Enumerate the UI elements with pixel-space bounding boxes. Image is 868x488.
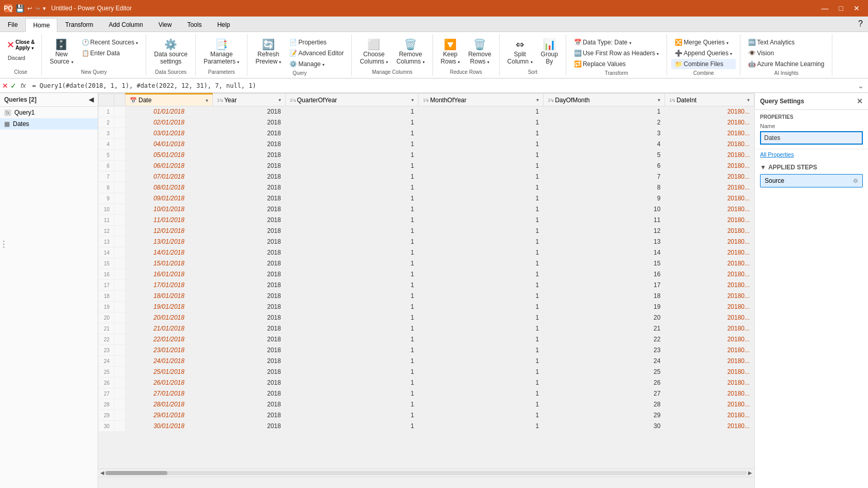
help-icon[interactable]: ? <box>853 16 868 32</box>
table-row[interactable]: 24 24/01/2018 2018 1 1 24 20180... <box>99 356 754 367</box>
formula-cancel-icon[interactable]: ✕ <box>2 82 8 90</box>
table-row[interactable]: 3 03/01/2018 2018 1 1 3 20180... <box>99 128 754 139</box>
formula-expand-icon[interactable]: ⌄ <box>858 82 866 90</box>
data-type-button[interactable]: 📅 Data Type: Date ▾ <box>570 37 662 48</box>
col-header-quarter[interactable]: 1²₃ QuarterOfYear ▾ <box>285 94 419 106</box>
table-row[interactable]: 27 27/01/2018 2018 1 1 27 20180... <box>99 388 754 399</box>
minimize-button[interactable]: — <box>817 2 833 14</box>
table-row[interactable]: 15 15/01/2018 2018 1 1 15 20180... <box>99 258 754 269</box>
quarter-col-filter-icon[interactable]: ▾ <box>411 97 414 103</box>
remove-rows-button[interactable]: 🗑️ RemoveRows ▾ <box>464 37 495 67</box>
horizontal-scroll-track[interactable] <box>105 471 747 475</box>
query-item-dates[interactable]: ▦ Dates <box>0 118 98 130</box>
combine-files-button[interactable]: 📁 Combine Files <box>671 59 736 69</box>
queries-panel-collapse-icon[interactable]: ◀ <box>89 96 94 103</box>
col-header-month[interactable]: 1²₃ MonthOfYear ▾ <box>419 94 544 106</box>
manage-parameters-button[interactable]: 📑 ManageParameters ▾ <box>200 37 243 67</box>
col-header-dateid[interactable]: 1²₃ DateInt ▾ <box>665 94 754 106</box>
tab-add-column[interactable]: Add Column <box>101 18 151 32</box>
horizontal-scroll-thumb[interactable] <box>105 471 167 475</box>
table-row[interactable]: 14 14/01/2018 2018 1 1 14 20180... <box>99 247 754 258</box>
tab-view[interactable]: View <box>151 18 180 32</box>
data-table-container[interactable]: 📅 Date ▾ 1²₃ Year <box>98 93 754 468</box>
table-row[interactable]: 20 20/01/2018 2018 1 1 20 20180... <box>99 312 754 323</box>
close-apply-button[interactable]: ✕ Close & Apply ▾ <box>4 37 37 53</box>
table-row[interactable]: 6 06/01/2018 2018 1 1 6 20180... <box>99 161 754 171</box>
table-row[interactable]: 13 13/01/2018 2018 1 1 13 20180... <box>99 237 754 247</box>
table-row[interactable]: 26 26/01/2018 2018 1 1 26 20180... <box>99 377 754 388</box>
formula-apply-icon[interactable]: ✓ <box>10 82 17 90</box>
split-column-button[interactable]: ⇔ SplitColumn ▾ <box>504 37 536 67</box>
formula-input[interactable] <box>30 82 856 89</box>
table-row[interactable]: 8 08/01/2018 2018 1 1 8 20180... <box>99 182 754 193</box>
dateid-col-filter-icon[interactable]: ▾ <box>747 97 750 103</box>
replace-values-button[interactable]: 🔁 Replace Values <box>570 59 662 69</box>
month-col-filter-icon[interactable]: ▾ <box>536 97 539 103</box>
use-first-row-button[interactable]: 🔤 Use First Row as Headers ▾ <box>570 48 662 58</box>
text-analytics-button[interactable]: 🔤 Text Analytics <box>745 37 828 48</box>
table-row[interactable]: 30 30/01/2018 2018 1 1 30 20180... <box>99 421 754 432</box>
step-item-source[interactable]: Source ⚙ <box>760 174 863 187</box>
table-row[interactable]: 21 21/01/2018 2018 1 1 21 20180... <box>99 323 754 334</box>
table-row[interactable]: 17 17/01/2018 2018 1 1 17 20180... <box>99 280 754 291</box>
table-row[interactable]: 4 04/01/2018 2018 1 1 4 20180... <box>99 139 754 150</box>
tab-tools[interactable]: Tools <box>179 18 209 32</box>
settings-panel-close-button[interactable]: ✕ <box>857 97 863 105</box>
azure-ml-button[interactable]: 🤖 Azure Machine Learning <box>745 59 828 69</box>
manage-button[interactable]: ⚙️ Manage ▾ <box>286 59 347 69</box>
table-row[interactable]: 19 19/01/2018 2018 1 1 19 20180... <box>99 302 754 312</box>
all-properties-link[interactable]: All Properties <box>755 149 868 160</box>
tab-transform[interactable]: Transform <box>57 18 101 32</box>
scroll-left-arrow[interactable]: ◀ <box>99 470 105 476</box>
table-row[interactable]: 16 16/01/2018 2018 1 1 16 20180... <box>99 269 754 280</box>
table-row[interactable]: 1 01/01/2018 2018 1 1 1 20180... <box>99 106 754 117</box>
maximize-button[interactable]: □ <box>835 2 847 14</box>
scroll-right-arrow[interactable]: ▶ <box>747 470 753 476</box>
undo-icon[interactable]: ↩ <box>27 5 32 12</box>
keep-rows-button[interactable]: 🔽 KeepRows ▾ <box>437 37 463 67</box>
choose-columns-button[interactable]: ⬜ ChooseColumns ▾ <box>356 37 392 67</box>
table-row[interactable]: 5 05/01/2018 2018 1 1 5 20180... <box>99 150 754 161</box>
col-header-date[interactable]: 📅 Date ▾ <box>126 94 213 106</box>
advanced-editor-button[interactable]: 📝 Advanced Editor <box>286 48 347 58</box>
tab-file[interactable]: File <box>0 18 25 32</box>
discard-button[interactable]: Discard <box>4 54 37 62</box>
year-col-filter-icon[interactable]: ▾ <box>278 97 281 103</box>
recent-sources-button[interactable]: 🕐 Recent Sources ▾ <box>78 37 142 48</box>
table-row[interactable]: 29 29/01/2018 2018 1 1 29 20180... <box>99 410 754 421</box>
table-row[interactable]: 18 18/01/2018 2018 1 1 18 20180... <box>99 291 754 302</box>
day-col-filter-icon[interactable]: ▾ <box>658 97 660 103</box>
table-row[interactable]: 11 11/01/2018 2018 1 1 11 20180... <box>99 215 754 226</box>
date-col-filter-icon[interactable]: ▾ <box>206 98 208 103</box>
enter-data-button[interactable]: 📋 Enter Data <box>78 48 142 58</box>
query-item-query1[interactable]: fx Query1 <box>0 107 98 118</box>
properties-button[interactable]: 📄 Properties <box>286 37 347 48</box>
save-icon[interactable]: 💾 <box>16 4 24 12</box>
col-header-day[interactable]: 1²₃ DayOfMonth ▾ <box>544 94 665 106</box>
table-row[interactable]: 25 25/01/2018 2018 1 1 25 20180... <box>99 367 754 377</box>
group-by-button[interactable]: 📊 GroupBy <box>537 37 562 67</box>
step-source-gear-icon[interactable]: ⚙ <box>853 178 858 184</box>
vision-button[interactable]: 👁️ Vision <box>745 48 828 58</box>
table-row[interactable]: 7 07/01/2018 2018 1 1 7 20180... <box>99 171 754 182</box>
data-source-settings-button[interactable]: ⚙️ Data sourcesettings <box>150 37 191 67</box>
new-source-button[interactable]: 🗄️ NewSource ▾ <box>46 37 76 67</box>
remove-columns-button[interactable]: 🗑️ RemoveColumns ▾ <box>393 37 428 67</box>
query-name-box[interactable]: Dates <box>760 131 863 145</box>
append-queries-button[interactable]: ➕ Append Queries ▾ <box>671 48 736 58</box>
table-row[interactable]: 28 28/01/2018 2018 1 1 28 20180... <box>99 399 754 410</box>
table-row[interactable]: 22 22/01/2018 2018 1 1 22 20180... <box>99 334 754 345</box>
table-row[interactable]: 9 09/01/2018 2018 1 1 9 20180... <box>99 193 754 204</box>
merge-queries-button[interactable]: 🔀 Merge Queries ▾ <box>671 37 736 48</box>
table-row[interactable]: 23 23/01/2018 2018 1 1 23 20180... <box>99 345 754 356</box>
dropdown-qat-icon[interactable]: ▾ <box>43 5 46 12</box>
col-header-year[interactable]: 1²₃ Year ▾ <box>212 94 285 106</box>
table-row[interactable]: 2 02/01/2018 2018 1 1 2 20180... <box>99 117 754 128</box>
horizontal-scroll-area[interactable]: ◀ ▶ <box>98 468 754 477</box>
tab-home[interactable]: Home <box>25 18 57 32</box>
table-row[interactable]: 10 10/01/2018 2018 1 1 10 20180... <box>99 204 754 215</box>
table-row[interactable]: 12 12/01/2018 2018 1 1 12 20180... <box>99 226 754 237</box>
tab-help[interactable]: Help <box>209 18 238 32</box>
refresh-preview-button[interactable]: 🔄 RefreshPreview ▾ <box>252 37 285 67</box>
close-window-button[interactable]: ✕ <box>849 2 864 14</box>
